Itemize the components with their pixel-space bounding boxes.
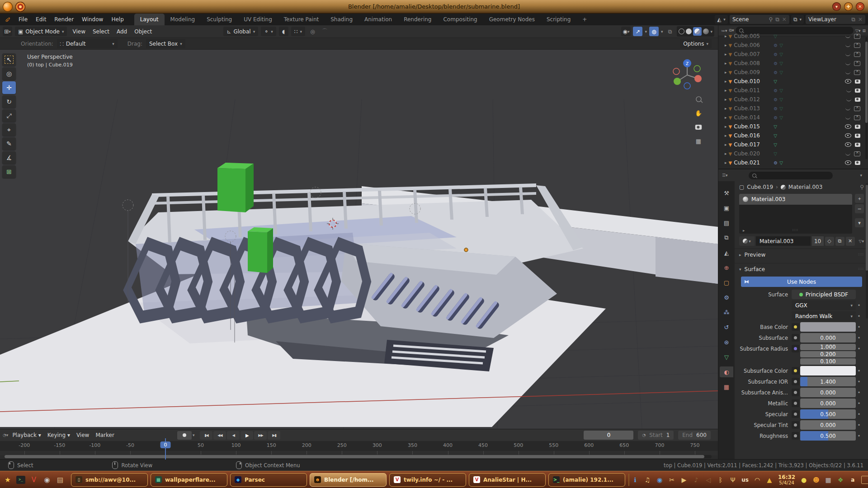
jump-to-start-button[interactable]: ▮◀ (200, 431, 212, 440)
minimize-button[interactable]: ▾ (832, 2, 841, 11)
tool-rotate[interactable]: ↻ (2, 95, 16, 108)
object-name[interactable]: Cube.020 (734, 150, 772, 157)
object-name[interactable]: Cube.010 (734, 78, 772, 84)
expand-arrow-icon[interactable]: ▸ (725, 106, 727, 111)
expand-arrow-icon[interactable]: ▸ (725, 97, 727, 102)
tray-lemon-icon[interactable]: ● (800, 476, 807, 483)
frame-range-end[interactable]: End 600 (678, 431, 711, 440)
orientation-dropdown[interactable]: ⸬ Default ▾ (57, 39, 118, 48)
camera-enabled-icon[interactable] (855, 143, 860, 147)
camera-disabled-icon[interactable] (854, 115, 860, 120)
link-dot-button[interactable] (792, 345, 799, 352)
timeline-menu-keying[interactable]: Keying ▾ (44, 432, 73, 438)
copy-icon[interactable]: ⧉ (775, 16, 779, 23)
viewport-3d[interactable]: User Perspective (0) top | Cube.019 ↖◎✛↻… (0, 50, 718, 429)
object-name[interactable]: Cube.005 (734, 33, 772, 39)
tool-scale[interactable]: ⤢ (2, 109, 16, 122)
value-slider[interactable]: 0.000 (800, 420, 856, 430)
material-name-field[interactable]: Material.003 (756, 236, 811, 246)
launcher-menu-star[interactable]: ★ (2, 474, 14, 486)
outliner-row[interactable]: ▸▼Cube.013⚙▽ (718, 104, 865, 113)
value-slider[interactable]: 1.000 (800, 344, 856, 350)
launcher-app-v[interactable]: V (28, 474, 40, 486)
timeline-menu-playback[interactable]: Playback ▾ (9, 432, 44, 438)
taskbar-app-vim[interactable]: Vtwily.info ~/ - ... (389, 473, 466, 487)
expand-arrow-icon[interactable]: ▸ (725, 34, 727, 38)
eye-open-icon[interactable] (845, 124, 851, 129)
tool-move[interactable]: ✛ (2, 81, 16, 94)
tray-play-circle-icon[interactable]: ▶ (680, 476, 688, 483)
expand-arrow-icon[interactable]: ▸ (725, 79, 727, 84)
properties-tab-scene[interactable]: ◭ (720, 247, 733, 258)
eye-closed-icon[interactable] (845, 44, 850, 47)
use-nodes-button[interactable]: ⧓ Use Nodes (741, 277, 862, 287)
gizmos-toggle[interactable]: ↗ (633, 27, 642, 36)
tool-cursor[interactable]: ◎ (2, 67, 16, 80)
animate-dot[interactable]: • (856, 411, 862, 418)
outliner-row[interactable]: ▸▼Cube.009⚙▽ (718, 68, 865, 77)
object-name[interactable]: Cube.012 (734, 96, 772, 103)
eye-closed-icon[interactable] (846, 89, 851, 92)
tray-usb-icon[interactable]: Ψ (729, 476, 736, 483)
add-slot-button[interactable]: ＋ (855, 194, 864, 203)
value-slider[interactable]: 0.000 (800, 388, 856, 397)
taskbar-app-terminal[interactable]: >_(amalie) 192.1... (548, 473, 625, 487)
clock[interactable]: 16:325/4/24 (778, 474, 795, 485)
animate-dot[interactable]: • (856, 379, 862, 385)
properties-tab-object[interactable]: ▢ (720, 277, 733, 288)
object-name[interactable]: Cube.013 (734, 105, 772, 112)
link-dot-button[interactable] (792, 323, 799, 331)
viewlayer-browse-button[interactable]: ⧉▾ (791, 15, 804, 24)
object-name[interactable]: Cube.016 (734, 132, 772, 139)
expand-arrow-icon[interactable]: ▸ (725, 52, 727, 56)
transform-orientation-dropdown[interactable]: ⊾ Global ▾ (223, 27, 258, 36)
link-dot-button[interactable] (792, 334, 799, 342)
tray-music-icon[interactable]: ♫ (644, 476, 651, 483)
menu-help[interactable]: Help (107, 16, 127, 23)
expand-arrow-icon[interactable]: ▸ (725, 151, 727, 156)
expand-arrow-icon[interactable]: ▸ (725, 115, 727, 120)
eye-closed-icon[interactable] (846, 98, 851, 101)
properties-tab-physics[interactable]: ↺ (720, 322, 733, 333)
object-name[interactable]: Cube.006 (734, 42, 772, 48)
eye-closed-icon[interactable] (845, 35, 850, 38)
taskbar-app-vim[interactable]: VAnalieStar | H... (469, 473, 546, 487)
launcher-media-player[interactable]: ◉ (41, 474, 53, 486)
eye-closed-icon[interactable] (845, 116, 850, 119)
gizmos-dropdown[interactable]: ▾ (645, 29, 647, 34)
slot-list-grip[interactable]: ∷∷ (739, 228, 852, 232)
tab-compositing[interactable]: Compositing (437, 14, 483, 25)
tab-rendering[interactable]: Rendering (398, 14, 437, 25)
value-slider[interactable]: 0.500 (800, 409, 856, 419)
scene-browse-button[interactable]: ◭▾ (715, 15, 728, 24)
expand-arrow-icon[interactable]: ▸ (725, 133, 727, 138)
navigation-gizmo[interactable]: Z (669, 56, 705, 92)
mode-dropdown[interactable]: ▣ Object Mode ▾ (15, 27, 67, 36)
pin-icon[interactable]: ⚲ (860, 184, 864, 190)
timeline-menu-view[interactable]: View (73, 432, 92, 438)
outliner-row[interactable]: ▸▼Cube.007⚙▽ (718, 50, 865, 59)
eye-open-icon[interactable] (845, 133, 851, 138)
animate-dot[interactable]: • (856, 302, 862, 309)
eye-closed-icon[interactable] (845, 53, 850, 56)
animate-dot[interactable]: • (856, 368, 862, 374)
expand-arrow-icon[interactable]: ▸ (725, 160, 727, 165)
object-name[interactable]: Cube.011 (734, 87, 772, 94)
animate-dot[interactable]: • (856, 335, 862, 341)
tray-keyboard-layout-icon[interactable]: us (741, 477, 749, 483)
properties-scrollbar[interactable] (866, 183, 868, 319)
tray-info-icon[interactable]: ℹ (632, 476, 639, 483)
editor-type-icon[interactable]: ☰▾ (722, 173, 728, 178)
menu-render[interactable]: Render (50, 16, 78, 23)
outliner-row[interactable]: ▸▼Cube.010▽ (718, 77, 865, 86)
tab-animation[interactable]: Animation (359, 14, 398, 25)
expand-arrow-icon[interactable]: ▸ (725, 61, 727, 66)
proportional-edit-icon[interactable]: ◎ (308, 27, 317, 36)
filter-funnel-icon[interactable]: ▽▾ (859, 239, 864, 244)
editor-type-icon[interactable]: ⊞▾ (3, 27, 12, 36)
viewport-scene[interactable] (0, 50, 718, 429)
camera-disabled-icon[interactable] (854, 151, 860, 156)
close-icon[interactable]: ✕ (782, 16, 787, 23)
eye-open-icon[interactable] (845, 142, 851, 147)
timeline-scrollbar[interactable] (5, 455, 712, 458)
